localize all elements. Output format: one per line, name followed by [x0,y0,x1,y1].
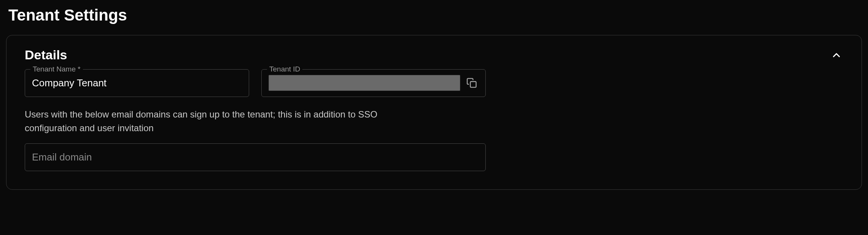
tenant-id-inner [262,70,485,96]
svg-rect-0 [471,82,476,87]
copy-icon [466,78,477,88]
tenant-name-fieldset: Tenant Name * [25,69,249,97]
tenant-id-label: Tenant ID [267,65,302,73]
fields-row: Tenant Name * Tenant ID [25,69,843,97]
tenant-name-label: Tenant Name * [30,65,83,73]
email-domain-help-text: Users with the below email domains can s… [25,108,432,135]
tenant-id-fieldset: Tenant ID [261,69,486,97]
collapse-toggle[interactable] [830,48,843,62]
tenant-id-value-redacted [269,75,460,91]
card-header: Details [25,48,843,62]
copy-tenant-id-button[interactable] [465,76,479,90]
details-card: Details Tenant Name * Tenant ID [6,35,862,190]
email-domain-fieldset [25,143,486,171]
page-title: Tenant Settings [8,6,862,24]
tenant-name-input[interactable] [25,70,249,97]
email-domain-input[interactable] [25,144,485,171]
details-section-title: Details [25,48,67,62]
chevron-up-icon [831,49,842,61]
